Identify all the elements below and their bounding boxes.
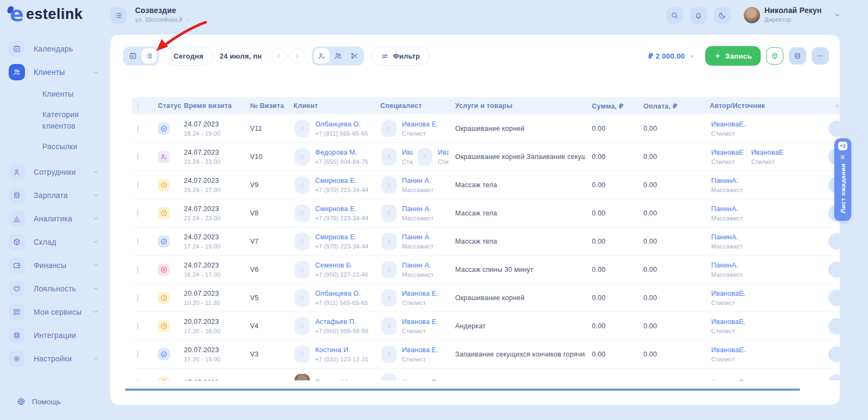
client-name[interactable]: Костина И. [315, 346, 368, 354]
row-checkbox[interactable] [137, 125, 138, 132]
client-name[interactable]: Перова М. [315, 379, 349, 381]
column-header: Услуги и товары [449, 102, 585, 110]
client-name[interactable]: Астафьев П. [315, 318, 368, 326]
column-header: Время визита [177, 102, 244, 110]
sidebar-item-help[interactable]: Помощь [16, 397, 61, 406]
sidebar-item-warehouse[interactable]: Склад [9, 234, 110, 250]
row-checkbox[interactable] [137, 209, 138, 217]
filter-button[interactable]: Фильтр [371, 47, 430, 66]
avatar[interactable] [744, 7, 760, 23]
staff-person-check-toggle[interactable] [314, 48, 329, 63]
prev-day-button[interactable] [271, 48, 286, 63]
row-checkbox[interactable] [137, 351, 138, 358]
cube-button[interactable] [766, 47, 783, 65]
specialist-name[interactable]: Иванова Е. [402, 290, 438, 297]
sidebar-subitem-clients-list[interactable]: Клиенты [42, 88, 103, 100]
user-menu-chevron-icon[interactable] [833, 11, 841, 19]
today-button[interactable]: Сегодня [164, 47, 213, 66]
visits-table: СтатусВремя визита№ ВизитаКлиентСпециали… [110, 97, 840, 380]
client-name[interactable]: Смирнова Е. [315, 205, 368, 213]
bell-button[interactable] [690, 7, 707, 24]
sidebar-item-integrations[interactable]: Интеграции [9, 327, 110, 343]
visit-time: 21.24 - 23.00 [184, 215, 244, 221]
client-name[interactable]: Смирнова Е. [315, 233, 368, 241]
specialist-name[interactable]: Иванова Е. [402, 379, 438, 381]
specialist-name[interactable]: Иванова Е. [438, 149, 449, 156]
row-checkbox[interactable] [137, 153, 138, 161]
database-button[interactable] [789, 47, 806, 65]
specialist-name[interactable]: Иванова Е. [402, 149, 413, 156]
list-icon [145, 52, 154, 60]
row-checkbox[interactable] [137, 294, 138, 302]
visit-time: 17.24 - 19.00 [184, 243, 244, 250]
table-row[interactable]: 24.07.202321.24 - 23.00 V10 Федорова М.+… [132, 143, 840, 171]
client-name[interactable]: Смирнова Е. [315, 177, 368, 184]
author-cell: ИвановаЕ [703, 379, 840, 381]
sidebar-item-finance[interactable]: Финансы [9, 257, 110, 273]
specialist-name[interactable]: Панин А. [402, 262, 433, 269]
sidebar-subitem-mailings[interactable]: Рассылки [42, 141, 103, 153]
client-name[interactable]: Семенов Б. [315, 262, 368, 269]
table-row[interactable]: 24.07.202321.24 - 23.00 V8 Смирнова Е.+7… [132, 199, 840, 227]
client-cell: Перова М. [287, 374, 374, 381]
chevron-down-icon [185, 17, 190, 22]
next-day-button[interactable] [290, 48, 305, 63]
sidebar-item-my-services[interactable]: Мои сервисы [9, 304, 110, 320]
sidebar-item-salary[interactable]: Зарплата [9, 187, 110, 203]
search-icon [670, 11, 679, 20]
table-row[interactable]: 17.07.2023 Перова М. Иванова Е. ИвановаЕ [132, 368, 840, 380]
specialist-name[interactable]: Панин А. [402, 205, 433, 213]
branch-selector[interactable]: Созвездие ул. Шоссейная,8 [135, 6, 190, 23]
table-row[interactable]: 20.07.202317.20 - 18.00 V4 Астафьев П.+7… [132, 312, 840, 340]
client-name[interactable]: Олбанцева О. [315, 120, 368, 128]
sidebar-item-calendar[interactable]: Календарь [9, 41, 110, 57]
visit-time: 21.24 - 23.00 [184, 158, 244, 165]
table-row[interactable]: 20.07.202310.20 - 11.30 V5 Олбанцева О.+… [132, 284, 840, 312]
staff-scissors-toggle[interactable] [347, 48, 362, 63]
table-row[interactable]: 20.07.202317.20 - 19.00 V3 Костина И.+7 … [132, 340, 840, 368]
table-row[interactable]: 24.07.202316.24 - 17.00 V6 Семенов Б.+7 … [132, 256, 840, 284]
row-checkbox[interactable] [137, 379, 138, 381]
table-row[interactable]: 24.07.202317.24 - 19.00 V7 Смирнова Е.+7… [132, 227, 840, 256]
author-name: ИвановаЕ. [711, 290, 745, 297]
dots-button[interactable] [812, 47, 829, 65]
specialist-name[interactable]: Иванова Е. [402, 318, 438, 326]
sidebar-item-settings[interactable]: Настройки [9, 351, 110, 367]
column-header: Автор/Источник [703, 102, 840, 110]
payment-cell: 0.00 [637, 294, 703, 302]
table-row[interactable]: 24.07.202318.24 - 19.00 V11 Олбанцева О.… [132, 114, 840, 143]
wallet-icon [9, 257, 25, 273]
horizontal-scrollbar[interactable] [125, 389, 800, 391]
sidebar-item-analytics[interactable]: Аналитика [9, 211, 110, 227]
sidebar-item-clients[interactable]: Клиенты [9, 64, 110, 80]
table-settings-icon[interactable] [835, 102, 840, 110]
client-name[interactable]: Олбанцева О. [315, 290, 368, 297]
view-list-toggle[interactable] [142, 48, 157, 63]
search-button[interactable] [666, 7, 683, 24]
amount-dropdown[interactable]: ₽ 2 000.00 [648, 52, 695, 60]
row-checkbox[interactable] [137, 181, 138, 189]
specialist-name[interactable]: Иванова Е. [402, 346, 438, 354]
author-role: Массажист [711, 271, 743, 278]
new-record-button[interactable]: Запись [705, 46, 761, 66]
row-checkbox[interactable] [137, 238, 138, 245]
client-name[interactable]: Федорова М. [315, 149, 368, 156]
staff-people-toggle[interactable] [330, 48, 346, 63]
sidebar-item-loyalty[interactable]: Лояльность [9, 281, 110, 297]
specialist-name[interactable]: Панин А. [402, 233, 433, 241]
moon-button[interactable] [714, 7, 731, 24]
view-calendar-toggle[interactable] [125, 48, 141, 63]
table-row[interactable]: 24.07.202315.24 - 17.00 V9 Смирнова Е.+7… [132, 171, 840, 199]
row-checkbox[interactable] [137, 266, 138, 273]
row-action-button[interactable] [828, 374, 840, 380]
select-all-checkbox[interactable] [137, 101, 138, 110]
branch-menu-icon[interactable] [110, 7, 127, 24]
row-checkbox[interactable] [137, 322, 138, 330]
waitlist-tab[interactable]: +3 Лист ожидания [834, 138, 851, 221]
visit-number: V3 [244, 351, 287, 358]
specialist-name[interactable]: Панин А. [402, 177, 433, 184]
sidebar-subitem-client-categories[interactable]: Категория клиентов [42, 109, 103, 132]
specialist-name[interactable]: Иванова Е. [402, 120, 438, 128]
estelink-logo: e estelink [10, 5, 83, 23]
sidebar-item-employees[interactable]: Сотрудники [9, 164, 110, 180]
